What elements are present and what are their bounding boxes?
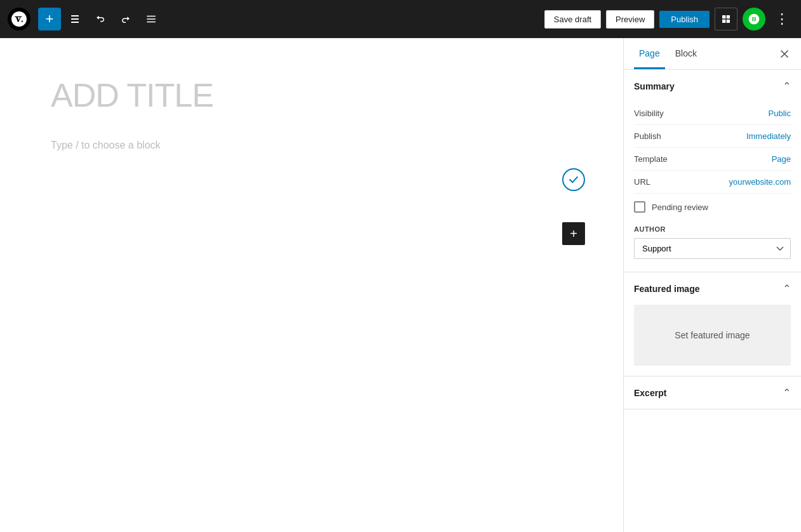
list-view-button[interactable] (140, 8, 163, 30)
author-select[interactable]: Support (634, 238, 791, 259)
featured-image-title: Featured image (634, 284, 699, 294)
publish-button[interactable]: Publish (659, 11, 710, 28)
summary-title: Summary (634, 81, 675, 91)
author-section: AUTHOR Support (634, 220, 791, 262)
url-value[interactable]: yourwebsite.com (729, 177, 791, 187)
summary-section: Summary ⌃ Visibility Public Publish Imme… (624, 70, 801, 272)
publish-row: Publish Immediately (634, 125, 791, 148)
more-options-button[interactable]: ⋮ (771, 8, 793, 30)
pending-review-label: Pending review (652, 203, 708, 212)
toolbar: + Save draft Preview Publish (0, 0, 801, 38)
summary-section-header[interactable]: Summary ⌃ (624, 70, 801, 102)
page-title-input[interactable] (51, 76, 572, 114)
excerpt-section-header[interactable]: Excerpt ⌃ (624, 376, 801, 409)
publish-value[interactable]: Immediately (746, 131, 791, 141)
url-row: URL yourwebsite.com (634, 171, 791, 194)
add-block-inline-button[interactable]: + (562, 222, 585, 245)
preview-button[interactable]: Preview (606, 10, 654, 29)
sidebar: Page Block Summary ⌃ Visibility Public (623, 38, 801, 532)
pending-review-row: Pending review (634, 194, 791, 220)
excerpt-title: Excerpt (634, 388, 666, 398)
jetpack-icon[interactable] (743, 8, 765, 30)
save-draft-button[interactable]: Save draft (544, 10, 601, 29)
toolbar-left: + (8, 8, 163, 30)
publish-label: Publish (634, 131, 661, 141)
visibility-value[interactable]: Public (769, 109, 791, 118)
editor-area: Type / to choose a block + (0, 38, 623, 532)
redo-button[interactable] (114, 8, 137, 30)
excerpt-section: Excerpt ⌃ (624, 376, 801, 409)
sidebar-tabs: Page Block (624, 38, 801, 70)
block-prompt: Type / to choose a block (51, 140, 572, 151)
template-row: Template Page (634, 148, 791, 171)
tools-button[interactable] (64, 8, 86, 30)
visibility-label: Visibility (634, 109, 664, 118)
close-sidebar-button[interactable] (778, 48, 791, 60)
author-section-label: AUTHOR (634, 225, 791, 233)
add-block-toolbar-button[interactable]: + (38, 8, 61, 30)
undo-button[interactable] (89, 8, 112, 30)
tab-page[interactable]: Page (634, 38, 665, 69)
summary-chevron-icon: ⌃ (783, 80, 791, 92)
main-area: Type / to choose a block + Page Block Su… (0, 38, 801, 532)
featured-image-header[interactable]: Featured image ⌃ (624, 272, 801, 305)
title-check-icon (562, 168, 585, 191)
excerpt-chevron-icon: ⌃ (783, 387, 791, 399)
template-label: Template (634, 154, 668, 164)
template-value[interactable]: Page (772, 154, 791, 164)
wordpress-logo[interactable] (8, 8, 30, 30)
tab-block[interactable]: Block (670, 38, 702, 69)
summary-content: Visibility Public Publish Immediately Te… (624, 102, 801, 272)
pending-review-checkbox[interactable] (634, 201, 645, 213)
featured-image-section: Featured image ⌃ Set featured image (624, 272, 801, 376)
toolbar-right: Save draft Preview Publish ⋮ (544, 8, 793, 30)
set-featured-image-button[interactable]: Set featured image (634, 305, 791, 366)
visibility-row: Visibility Public (634, 102, 791, 125)
view-toggle-button[interactable] (715, 8, 737, 30)
featured-image-content: Set featured image (624, 305, 801, 376)
featured-image-chevron-icon: ⌃ (783, 283, 791, 295)
url-label: URL (634, 177, 650, 187)
